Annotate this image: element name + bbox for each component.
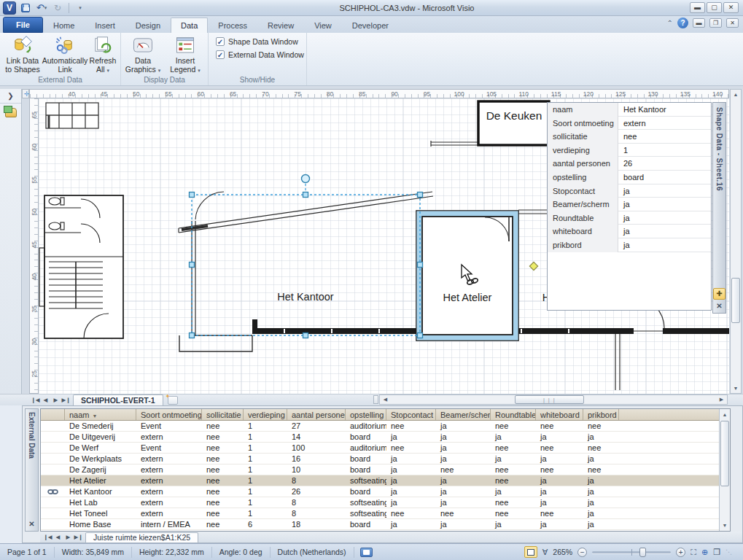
ribbon-tab[interactable]: Home — [43, 18, 85, 33]
shape-data-field-value[interactable]: ja — [618, 225, 711, 238]
room-label-atelier[interactable]: Het Atelier — [424, 292, 511, 303]
cell-stopcontact[interactable]: ja — [386, 486, 436, 497]
cell-opstelling[interactable]: board — [346, 519, 386, 529]
cell-whiteboard[interactable]: ja — [536, 432, 583, 442]
cell-roundtable[interactable]: ja — [491, 519, 536, 529]
cell-stopcontact[interactable]: ja — [386, 519, 436, 529]
cell-soort-ontmoeting[interactable]: extern — [136, 497, 202, 508]
cell-stopcontact[interactable]: ja — [386, 432, 436, 442]
zoom-window-icon[interactable]: ⊕ — [701, 548, 708, 557]
pin-panel-button[interactable]: ✚ — [713, 288, 726, 300]
cell-whiteboard[interactable]: ja — [536, 454, 583, 464]
column-header[interactable]: Beamer/scherm — [436, 409, 491, 420]
ribbon-tab[interactable]: Insert — [85, 18, 125, 33]
cell-opstelling[interactable]: softseating — [346, 475, 386, 486]
cell-naam[interactable]: Het Lab — [65, 497, 136, 508]
link-data-to-shapes-button[interactable]: Link Datato Shapes — [2, 35, 43, 74]
cell-naam[interactable]: Home Base — [65, 519, 136, 529]
cell-beamer-scherm[interactable]: nee — [436, 464, 491, 475]
cell-prikbord[interactable]: nee — [583, 464, 619, 475]
sort-dropdown-icon[interactable]: ▼ — [93, 413, 98, 419]
doc-minimize-button[interactable]: ▬ — [693, 18, 705, 28]
cell-roundtable[interactable]: ja — [491, 486, 536, 497]
room-label-keuken[interactable]: De Keuken — [483, 107, 545, 125]
cell-soort-ontmoeting[interactable]: extern — [136, 454, 202, 464]
column-header[interactable]: aantal personen — [287, 409, 346, 420]
next-table-icon[interactable]: ▶ — [63, 534, 73, 540]
cell-roundtable[interactable]: nee — [491, 464, 536, 475]
close-external-data-icon[interactable]: ✕ — [28, 518, 34, 531]
zoom-out-button[interactable]: − — [577, 548, 587, 557]
undo-button[interactable]: ↶▾ — [35, 2, 48, 14]
cell-whiteboard[interactable]: nee — [536, 508, 583, 518]
external-data-vertical-scrollbar[interactable]: ▲ ▼ — [719, 409, 730, 531]
last-table-icon[interactable]: ▶❙ — [74, 534, 83, 540]
cell-beamer-scherm[interactable]: ja — [436, 497, 491, 508]
ribbon-tab[interactable]: Developer — [342, 18, 399, 33]
cell-aantal-personen[interactable]: 16 — [287, 454, 346, 464]
checkbox-checked-icon[interactable]: ✓ — [216, 50, 225, 59]
cell-sollicitatie[interactable]: nee — [202, 421, 244, 431]
cell-stopcontact[interactable]: ja — [386, 454, 436, 464]
cell-sollicitatie[interactable]: nee — [202, 443, 244, 453]
column-header-naam[interactable]: naam▼ — [65, 409, 136, 420]
refresh-all-button[interactable]: RefreshAll ▾ — [87, 35, 119, 74]
canvas-horizontal-scrollbar[interactable]: ◀ ❘❘❘ ▶ — [379, 394, 728, 405]
column-header[interactable]: Soort ontmoeting — [136, 409, 202, 420]
cell-verdieping[interactable]: 1 — [244, 475, 287, 486]
cell-stopcontact[interactable]: nee — [386, 421, 436, 431]
cell-opstelling[interactable]: board — [346, 454, 386, 464]
status-height[interactable]: Height: 22,332 mm — [132, 547, 212, 558]
shape-data-row[interactable]: Beamer/scherm ja — [548, 198, 711, 211]
control-handle-diamond[interactable] — [529, 262, 537, 270]
ribbon-tab[interactable]: File — [3, 17, 43, 33]
shape-data-row[interactable]: verdieping 1 — [548, 144, 711, 158]
cell-roundtable[interactable]: nee — [491, 508, 536, 518]
cell-opstelling[interactable]: auditorium — [346, 443, 386, 453]
cell-opstelling[interactable]: softseating — [346, 497, 386, 508]
column-header[interactable]: Roundtable — [491, 409, 536, 420]
cell-roundtable[interactable]: ja — [491, 432, 536, 442]
cell-soort-ontmoeting[interactable]: extern — [136, 508, 202, 518]
cell-sollicitatie[interactable]: nee — [202, 432, 244, 442]
shape-data-field-value[interactable]: ja — [618, 198, 711, 211]
data-graphics-button[interactable]: DataGraphics ▾ — [124, 35, 162, 74]
shape-data-field-value[interactable]: ja — [618, 184, 711, 198]
save-button[interactable] — [19, 2, 32, 14]
cell-naam[interactable]: De Uitgeverij — [65, 432, 136, 442]
scroll-right-icon[interactable]: ▶ — [717, 395, 726, 404]
first-table-icon[interactable]: ❙◀ — [43, 534, 52, 540]
ribbon-tab[interactable]: View — [304, 18, 342, 33]
rotation-handle[interactable] — [302, 175, 310, 183]
cell-verdieping[interactable]: 1 — [244, 508, 287, 518]
cell-roundtable[interactable]: nee — [491, 497, 536, 508]
cell-sollicitatie[interactable]: nee — [202, 475, 244, 486]
shape-data-field-value[interactable]: 26 — [618, 157, 711, 171]
cell-aantal-personen[interactable]: 14 — [287, 432, 346, 442]
cell-prikbord[interactable]: ja — [583, 519, 619, 529]
zoom-slider[interactable] — [592, 551, 671, 553]
ribbon-tab[interactable]: Process — [208, 18, 257, 33]
zoom-level[interactable]: 265% — [553, 548, 572, 556]
pan-zoom-window-icon[interactable]: ∀ — [542, 548, 548, 557]
external-data-sheet-tab[interactable]: Juiste ruimte kiezen$A1:K25 — [85, 532, 198, 542]
cell-stopcontact[interactable]: nee — [386, 443, 436, 453]
shape-data-field-value[interactable]: extern — [618, 117, 711, 131]
cell-soort-ontmoeting[interactable]: extern — [136, 475, 202, 486]
external-data-title-strip[interactable]: External Data ✕ — [25, 408, 39, 532]
next-page-icon[interactable]: ▶ — [51, 397, 61, 403]
page-tab-active[interactable]: SCHIPHOL-EVERT-1 — [73, 394, 163, 406]
insert-legend-button[interactable]: InsertLegend ▾ — [166, 35, 204, 74]
cell-verdieping[interactable]: 1 — [244, 497, 287, 508]
shape-data-field-value[interactable]: board — [618, 171, 711, 184]
scroll-down-icon[interactable]: ▼ — [731, 384, 740, 393]
visio-app-icon[interactable]: V — [3, 1, 16, 15]
cell-soort-ontmoeting[interactable]: Event — [136, 421, 202, 431]
expand-shapes-icon[interactable]: ❯ — [0, 89, 21, 104]
doc-restore-button[interactable]: ❐ — [709, 18, 722, 28]
shape-data-row[interactable]: opstelling board — [548, 171, 711, 184]
cell-sollicitatie[interactable]: nee — [202, 497, 244, 508]
cell-soort-ontmoeting[interactable]: extern — [136, 464, 202, 475]
cell-soort-ontmoeting[interactable]: extern — [136, 432, 202, 442]
kantoor-walls[interactable] — [179, 192, 433, 351]
